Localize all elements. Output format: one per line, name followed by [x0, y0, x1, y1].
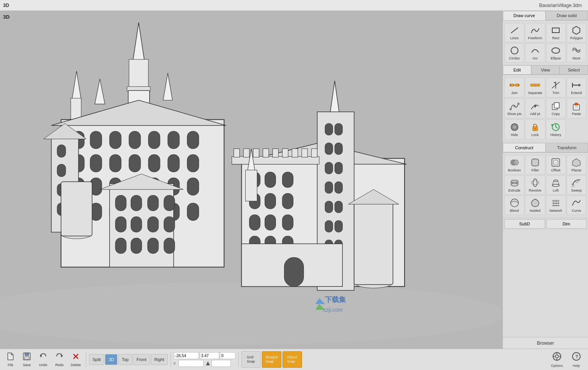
- file-button[interactable]: File: [3, 350, 18, 369]
- rect-icon: [550, 25, 561, 36]
- svg-point-1: [0, 283, 503, 345]
- tool-sweep[interactable]: Sweep: [567, 175, 586, 195]
- tool-lock[interactable]: Lock: [525, 119, 545, 140]
- svg-point-119: [511, 47, 518, 54]
- tool-blend[interactable]: Blend: [504, 195, 524, 215]
- tool-extend[interactable]: Extend: [567, 77, 586, 98]
- tool-offset[interactable]: Offset: [546, 155, 566, 175]
- tool-polygon[interactable]: Polygon: [567, 23, 586, 42]
- tool-extrude[interactable]: Extrude: [504, 175, 524, 195]
- btn-object-snap[interactable]: ObjectSnap: [283, 351, 302, 368]
- tool-freeform[interactable]: Freeform: [525, 23, 545, 42]
- tool-boolean[interactable]: Boolean: [504, 155, 524, 175]
- tool-curve[interactable]: Curve: [567, 195, 586, 215]
- delete-button[interactable]: Delete: [68, 350, 83, 369]
- svg-rect-98: [282, 193, 293, 209]
- coord-y-input[interactable]: [200, 352, 219, 359]
- svg-marker-157: [572, 159, 580, 166]
- svg-point-165: [554, 180, 558, 182]
- fillet-icon: [530, 157, 541, 168]
- coord-x-input[interactable]: [174, 352, 199, 359]
- svg-point-187: [555, 355, 558, 358]
- svg-rect-23: [148, 155, 160, 172]
- btn-top[interactable]: Top: [118, 354, 132, 365]
- browser-button[interactable]: Browser: [503, 337, 588, 349]
- svg-rect-141: [554, 103, 559, 108]
- svg-rect-87: [263, 149, 269, 157]
- svg-point-137: [517, 103, 520, 105]
- tool-fillet[interactable]: Fillet: [525, 155, 545, 175]
- save-button[interactable]: Save: [19, 350, 34, 369]
- btn-subd[interactable]: SubD: [504, 219, 545, 229]
- tool-add-pt[interactable]: Add pt: [525, 98, 545, 119]
- tool-revolve[interactable]: Revolve: [525, 175, 545, 195]
- save-icon: [23, 352, 31, 363]
- btn-grid-snap[interactable]: GridSnap: [241, 351, 261, 368]
- svg-point-120: [552, 48, 560, 53]
- btn-straight-snap[interactable]: StraightSnap: [262, 351, 281, 368]
- tab-construct[interactable]: Construct: [503, 143, 546, 152]
- tab-transform[interactable]: Transform: [546, 143, 588, 152]
- options-label: Options: [551, 364, 563, 368]
- tool-history[interactable]: History: [546, 119, 566, 140]
- tool-planar[interactable]: Planar: [567, 155, 586, 175]
- options-button[interactable]: Options: [548, 351, 565, 368]
- tool-separate[interactable]: Separate: [525, 77, 545, 98]
- separator-2: [171, 352, 171, 367]
- tab-select[interactable]: Select: [560, 65, 588, 75]
- svg-rect-92: [311, 149, 317, 157]
- edit-view-select-tabs: Edit View Select: [503, 65, 588, 75]
- svg-point-163: [533, 179, 537, 187]
- extend-label: Extend: [571, 91, 582, 95]
- btn-split[interactable]: Split: [89, 354, 104, 365]
- tool-nsided[interactable]: Nsided: [525, 195, 545, 215]
- tool-circles[interactable]: Circles: [504, 43, 524, 63]
- viewport-label-title: 3D: [3, 3, 9, 8]
- svg-point-169: [576, 180, 578, 183]
- svg-point-153: [513, 160, 518, 165]
- tool-lines[interactable]: Lines: [504, 23, 524, 42]
- join-label: Join: [511, 91, 518, 95]
- svg-rect-127: [536, 84, 540, 86]
- tool-paste[interactable]: Paste: [567, 98, 586, 119]
- tool-network[interactable]: Network: [546, 195, 566, 215]
- grid-snap-label: GridSnap: [247, 355, 255, 364]
- coord-angle-input[interactable]: [211, 360, 231, 367]
- svg-point-135: [509, 108, 512, 110]
- btn-dim[interactable]: Dim: [546, 219, 587, 229]
- help-button[interactable]: ? Help: [568, 351, 585, 368]
- tool-rect[interactable]: Rect: [546, 23, 566, 42]
- btn-right[interactable]: Right: [151, 354, 168, 365]
- coord-z-input[interactable]: [220, 352, 236, 359]
- svg-rect-70: [335, 143, 342, 155]
- tool-copy[interactable]: Copy: [546, 98, 566, 119]
- tab-draw-curve[interactable]: Draw curve: [503, 11, 546, 20]
- redo-button[interactable]: Redo: [52, 350, 67, 369]
- svg-rect-22: [129, 155, 141, 172]
- tab-edit[interactable]: Edit: [503, 65, 531, 75]
- help-label: Help: [573, 364, 580, 368]
- delete-label: Delete: [71, 363, 81, 367]
- network-label: Network: [550, 209, 562, 213]
- planar-label: Planar: [571, 169, 581, 173]
- tool-trim[interactable]: Trim: [546, 77, 566, 98]
- undo-button[interactable]: Undo: [36, 350, 51, 369]
- btn-front[interactable]: Front: [133, 354, 150, 365]
- tool-loft[interactable]: Loft: [546, 175, 566, 195]
- tool-arc[interactable]: Arc: [525, 43, 545, 63]
- tool-hide[interactable]: Hide: [504, 119, 524, 140]
- tool-ellipse[interactable]: Ellipse: [546, 43, 566, 63]
- tool-more[interactable]: More: [567, 43, 586, 63]
- tab-view[interactable]: View: [531, 65, 560, 75]
- btn-3d[interactable]: 3D: [105, 354, 117, 365]
- svg-rect-50: [148, 195, 159, 211]
- subd-dim-section: SubD Dim: [503, 218, 588, 230]
- tab-draw-solid[interactable]: Draw solid: [546, 11, 588, 20]
- svg-rect-180: [24, 357, 29, 360]
- tool-join[interactable]: Join: [504, 77, 524, 98]
- tool-show-pts[interactable]: Show pts: [504, 98, 524, 119]
- separator-1: [86, 352, 86, 367]
- coord-d-input[interactable]: [178, 360, 204, 367]
- save-label: Save: [23, 363, 31, 367]
- boolean-icon: [509, 157, 520, 168]
